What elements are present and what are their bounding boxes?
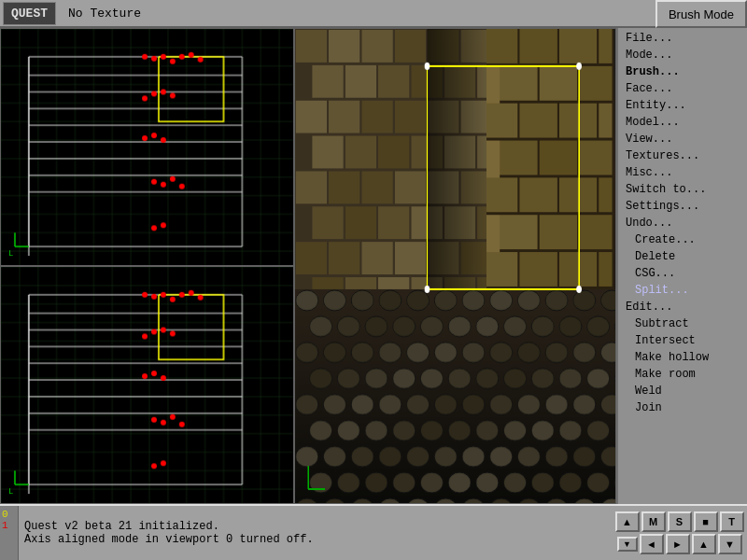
menu-item-undo---[interactable]: Undo...: [618, 215, 747, 231]
tool-m-button[interactable]: M: [641, 511, 666, 532]
arrow-right-button[interactable]: ►: [666, 534, 690, 554]
menu-item-mode---[interactable]: Mode...: [618, 47, 747, 63]
toolbar-row-1: ▲ M S ■ T: [615, 511, 744, 532]
menu-item-brush---[interactable]: Brush...: [618, 63, 747, 80]
menu-item-file---[interactable]: File...: [618, 30, 747, 47]
left-panel: [0, 28, 294, 504]
menu-item-split---[interactable]: Split...: [618, 282, 747, 299]
scroll-up-button[interactable]: ▲: [615, 511, 640, 532]
menu-item-intersect[interactable]: Intersect: [618, 332, 747, 349]
status-messages: Quest v2 beta 21 initialized. Axis align…: [19, 506, 612, 560]
brush-mode-button[interactable]: Brush Mode: [655, 0, 747, 28]
tool-square-button[interactable]: ■: [694, 511, 718, 532]
texture-name: No Texture: [68, 7, 141, 21]
line-num-1: 1: [2, 520, 16, 531]
viewport-2d-top[interactable]: [0, 28, 294, 266]
menu-item-misc---[interactable]: Misc...: [618, 164, 747, 181]
status-msg-0: Quest v2 beta 21 initialized.: [24, 520, 606, 533]
menu-item-switch-to---[interactable]: Switch to...: [618, 181, 747, 198]
menu-item-entity---[interactable]: Entity...: [618, 97, 747, 114]
status-right-controls: ▲ M S ■ T ▼ ◄ ► ▲ ▼: [612, 506, 747, 560]
menu-item-join[interactable]: Join: [618, 399, 747, 416]
menu-item-view---[interactable]: View...: [618, 131, 747, 147]
tool-s-button[interactable]: S: [668, 511, 692, 532]
line-num-0: 0: [2, 509, 16, 520]
menu-item-csg---[interactable]: CSG...: [618, 265, 747, 282]
toolbar-row-2: ◄ ► ▲ ▼: [640, 534, 742, 554]
menu-item-create---[interactable]: Create...: [618, 231, 747, 248]
menu-item-settings---[interactable]: Settings...: [618, 198, 747, 215]
tool-t-button[interactable]: T: [720, 511, 744, 532]
menu-item-make-hollow[interactable]: Make hollow: [618, 349, 747, 366]
scroll-down-button[interactable]: ▼: [617, 537, 638, 552]
arrow-left-button[interactable]: ◄: [640, 534, 664, 554]
main-area: File...Mode...Brush...Face...Entity...Mo…: [0, 28, 747, 504]
viewport-3d[interactable]: [294, 28, 616, 504]
status-msg-1: Axis aligned mode in viewport 0 turned o…: [24, 533, 606, 546]
line-numbers: 0 1: [0, 506, 19, 560]
menu-item-model---[interactable]: Model...: [618, 114, 747, 131]
quest-logo: QUEST: [3, 2, 56, 25]
menu-item-delete[interactable]: Delete: [618, 248, 747, 265]
arrow-down-button[interactable]: ▼: [718, 534, 742, 554]
menu-item-edit---[interactable]: Edit...: [618, 299, 747, 315]
menu-item-subtract[interactable]: Subtract: [618, 315, 747, 332]
menu-item-make-room[interactable]: Make room: [618, 366, 747, 383]
title-bar: QUEST No Texture Brush Mode: [0, 0, 747, 28]
viewport-2d-bottom[interactable]: [0, 266, 294, 504]
menu-item-face---[interactable]: Face...: [618, 80, 747, 97]
status-bar: 0 1 Quest v2 beta 21 initialized. Axis a…: [0, 504, 747, 560]
menu-item-textures---[interactable]: Textures...: [618, 147, 747, 164]
right-menu-panel: File...Mode...Brush...Face...Entity...Mo…: [616, 28, 747, 504]
arrow-up-button[interactable]: ▲: [692, 534, 716, 554]
menu-item-weld[interactable]: Weld: [618, 383, 747, 399]
